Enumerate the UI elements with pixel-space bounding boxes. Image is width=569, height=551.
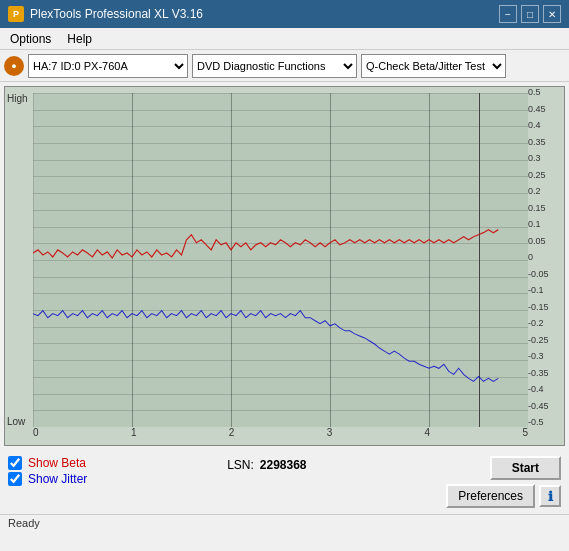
app-icon: P: [8, 6, 24, 22]
title-bar-left: P PlexTools Professional XL V3.16: [8, 6, 203, 22]
status-text: Ready: [8, 517, 40, 529]
jitter-line: [33, 311, 498, 382]
x-tick-1: 1: [131, 427, 137, 445]
chart-svg: [33, 93, 528, 427]
x-tick-5: 5: [522, 427, 528, 445]
chart-y-low: Low: [7, 416, 25, 427]
x-tick-0: 0: [33, 427, 39, 445]
chart-y-high: High: [7, 93, 28, 104]
show-beta-label: Show Beta: [28, 456, 86, 470]
show-jitter-label: Show Jitter: [28, 472, 87, 486]
beta-line: [33, 230, 498, 258]
info-button[interactable]: ℹ: [539, 485, 561, 507]
chart-plot-area: [33, 93, 528, 427]
maximize-button[interactable]: □: [521, 5, 539, 23]
show-jitter-checkbox[interactable]: [8, 472, 22, 486]
function-select[interactable]: DVD Diagnostic Functions: [192, 54, 357, 78]
x-axis: 0 1 2 3 4 5: [33, 427, 528, 445]
lsn-value: 2298368: [260, 458, 307, 472]
x-tick-2: 2: [229, 427, 235, 445]
minimize-button[interactable]: −: [499, 5, 517, 23]
window-title: PlexTools Professional XL V3.16: [30, 7, 203, 21]
bottom-panel: Show Beta Show Jitter LSN: 2298368 Start…: [0, 450, 569, 514]
menu-help[interactable]: Help: [61, 30, 98, 48]
bottom-btn-row: Preferences ℹ: [446, 484, 561, 508]
close-button[interactable]: ✕: [543, 5, 561, 23]
y-axis-right: 0.5 0.45 0.4 0.35 0.3 0.25 0.2 0.15 0.1 …: [528, 87, 562, 427]
menu-bar: Options Help: [0, 28, 569, 50]
device-icon: ●: [4, 56, 24, 76]
lsn-label: LSN:: [227, 458, 254, 472]
device-select[interactable]: HA:7 ID:0 PX-760A: [28, 54, 188, 78]
title-bar-controls: − □ ✕: [499, 5, 561, 23]
preferences-button[interactable]: Preferences: [446, 484, 535, 508]
status-bar: Ready: [0, 514, 569, 531]
test-select[interactable]: Q-Check Beta/Jitter Test: [361, 54, 506, 78]
lsn-area: LSN: 2298368: [227, 456, 306, 472]
right-buttons: Start Preferences ℹ: [446, 456, 561, 508]
chart-container: High Low 0.5 0.45 0.4 0.35 0.3 0.25 0.2 …: [4, 86, 565, 446]
toolbar: ● HA:7 ID:0 PX-760A DVD Diagnostic Funct…: [0, 50, 569, 82]
menu-options[interactable]: Options: [4, 30, 57, 48]
show-beta-row: Show Beta: [8, 456, 87, 470]
show-beta-checkbox[interactable]: [8, 456, 22, 470]
title-bar: P PlexTools Professional XL V3.16 − □ ✕: [0, 0, 569, 28]
show-jitter-row: Show Jitter: [8, 472, 87, 486]
x-tick-3: 3: [327, 427, 333, 445]
start-button[interactable]: Start: [490, 456, 561, 480]
x-tick-4: 4: [425, 427, 431, 445]
checkboxes: Show Beta Show Jitter: [8, 456, 87, 486]
